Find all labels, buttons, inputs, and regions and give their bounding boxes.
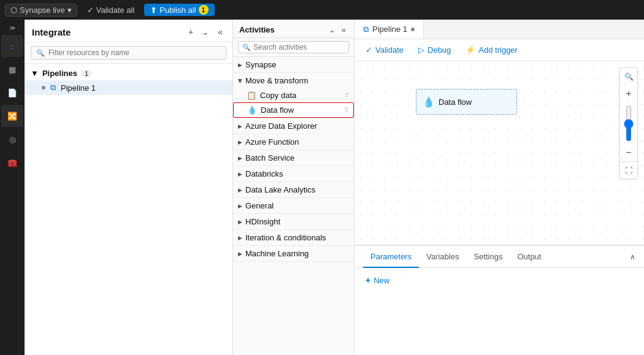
dataflow-node-label: Data flow	[439, 97, 472, 107]
validate-label: Validate all	[96, 6, 135, 15]
new-plus-icon: +	[366, 275, 370, 285]
databricks-header[interactable]: ▶ Databricks	[233, 166, 354, 181]
sidebar-item-data[interactable]: ▦	[1, 58, 23, 80]
hdinsight-label: HDInsight	[245, 217, 280, 226]
sidebar-expand-arrow[interactable]: ≫	[9, 22, 15, 34]
publish-all-button[interactable]: ⬆ Publish all 1	[144, 4, 214, 16]
bottom-tabs: Parameters Variables Settings Output ∧	[355, 246, 644, 268]
azure-function-group: ▶ Azure Function	[233, 134, 354, 150]
activities-close-btn[interactable]: «	[340, 25, 348, 35]
synapse-dropdown-icon: ▾	[67, 6, 72, 15]
iteration-conditionals-header[interactable]: ▶ Iteration & conditionals	[233, 230, 354, 245]
synapse-live-button[interactable]: ⬡ Synapse live ▾	[5, 4, 77, 17]
sidebar-item-manage[interactable]: 🧰	[1, 151, 23, 174]
validate-btn-label: Validate	[375, 45, 404, 55]
tab-output-label: Output	[517, 252, 541, 261]
zoom-slider[interactable]	[623, 105, 635, 142]
zoom-fit-button[interactable]: ⛶	[620, 161, 637, 178]
trigger-btn-label: Add trigger	[478, 45, 518, 55]
collapse-button[interactable]: ⌄	[199, 26, 212, 38]
sidebar-item-monitor[interactable]: ◎	[1, 128, 23, 150]
publish-label: Publish all	[159, 6, 196, 15]
validate-icon: ✓	[87, 6, 94, 15]
tab-settings[interactable]: Settings	[466, 246, 510, 268]
hdinsight-header[interactable]: ▶ HDInsight	[233, 214, 354, 229]
filter-search-icon: 🔍	[36, 49, 45, 57]
data-lake-analytics-header[interactable]: ▶ Data Lake Analytics	[233, 182, 354, 197]
tab-variables[interactable]: Variables	[419, 246, 466, 268]
zoom-controls: 🔍 + − ⛶	[619, 67, 638, 179]
debug-btn-label: Debug	[427, 45, 451, 55]
synapse-icon: ⬡	[10, 6, 17, 15]
copy-data-drag-handle: ⠿	[345, 92, 349, 99]
azure-function-header[interactable]: ▶ Azure Function	[233, 134, 354, 150]
pipeline-icon: ⧉	[50, 83, 56, 93]
activities-search-input[interactable]	[253, 43, 345, 52]
integrate-search: 🔍	[25, 42, 232, 64]
validate-all-button[interactable]: ✓ Validate all	[82, 4, 140, 16]
tab-parameters[interactable]: Parameters	[363, 246, 419, 268]
activities-list: ▶ Synapse ▶ Move & transform 📋 Copy data…	[233, 57, 354, 355]
general-label: General	[245, 201, 274, 210]
data-lake-analytics-group: ▶ Data Lake Analytics	[233, 182, 354, 198]
pipeline-1-item[interactable]: ⧉ Pipeline 1	[25, 80, 232, 95]
integrate-header: Integrate + ⌄ «	[25, 20, 232, 42]
add-resource-button[interactable]: +	[186, 26, 196, 38]
tab-variables-label: Variables	[426, 252, 459, 261]
integrate-title: Integrate	[32, 27, 71, 37]
pipeline-canvas[interactable]: 💧 Data flow 🔍 + − ⛶	[355, 61, 644, 245]
develop-icon: 📄	[7, 88, 17, 97]
azure-data-explorer-group: ▶ Azure Data Explorer	[233, 118, 354, 134]
zoom-out-button[interactable]: −	[620, 144, 637, 161]
sidebar-item-develop[interactable]: 📄	[1, 82, 23, 104]
add-trigger-button[interactable]: ⚡ Add trigger	[463, 44, 520, 56]
batch-service-group: ▶ Batch Service	[233, 150, 354, 166]
main-layout: ≫ ⌂ ▦ 📄 🔀 ◎ 🧰 Integrate + ⌄ «	[0, 20, 644, 355]
azure-data-explorer-chevron: ▶	[238, 123, 242, 129]
pipeline-canvas-and-bottom: 💧 Data flow 🔍 + − ⛶ P	[355, 61, 644, 355]
machine-learning-header[interactable]: ▶ Machine Learning	[233, 246, 354, 261]
tab-output[interactable]: Output	[510, 246, 548, 268]
move-transform-group-header[interactable]: ▶ Move & transform	[233, 73, 354, 88]
data-flow-item[interactable]: 💧 Data flow ⠿	[233, 102, 354, 118]
move-transform-chevron: ▶	[237, 78, 243, 83]
batch-service-chevron: ▶	[238, 155, 242, 161]
dataflow-node[interactable]: 💧 Data flow	[416, 89, 517, 115]
activities-collapse-btn[interactable]: ⌄	[327, 25, 337, 35]
sidebar-item-home[interactable]: ⌂	[1, 35, 23, 57]
sidebar-item-integrate[interactable]: 🔀	[1, 105, 23, 127]
tab-settings-label: Settings	[473, 252, 502, 261]
new-parameter-button[interactable]: + New	[363, 274, 392, 286]
hdinsight-chevron: ▶	[238, 219, 242, 225]
debug-button[interactable]: ▷ Debug	[416, 44, 453, 56]
zoom-in-button[interactable]: +	[620, 85, 637, 102]
integrate-actions: + ⌄ «	[186, 26, 225, 38]
databricks-chevron: ▶	[238, 171, 242, 177]
pipeline-1-tab[interactable]: ⧉ Pipeline 1	[355, 20, 424, 39]
zoom-search-button[interactable]: 🔍	[620, 68, 637, 85]
copy-data-label: Copy data	[260, 91, 296, 100]
machine-learning-group: ▶ Machine Learning	[233, 246, 354, 262]
bottom-panel-collapse-btn[interactable]: ∧	[630, 253, 635, 261]
close-panel-button[interactable]: «	[215, 26, 225, 38]
general-header[interactable]: ▶ General	[233, 198, 354, 213]
pipeline-tab-label: Pipeline 1	[372, 25, 407, 34]
validate-button[interactable]: ✓ Validate	[363, 44, 406, 56]
pipeline-tabbar: ⧉ Pipeline 1	[355, 20, 644, 39]
activities-title: Activities	[239, 25, 275, 34]
bottom-content: + New	[355, 268, 644, 355]
home-icon: ⌂	[10, 42, 15, 51]
debug-icon: ▷	[418, 45, 424, 55]
copy-data-item[interactable]: 📋 Copy data ⠿	[233, 88, 354, 102]
pipeline-tab-icon: ⧉	[363, 25, 369, 34]
databricks-label: Databricks	[245, 169, 283, 178]
filter-search-wrap: 🔍	[31, 46, 226, 59]
filter-resources-input[interactable]	[48, 48, 221, 57]
pipelines-count: 1	[81, 70, 92, 77]
pipelines-group-header[interactable]: ▼ Pipelines 1	[25, 66, 232, 80]
hdinsight-group: ▶ HDInsight	[233, 214, 354, 230]
pipeline-1-label: Pipeline 1	[61, 83, 96, 93]
azure-data-explorer-header[interactable]: ▶ Azure Data Explorer	[233, 118, 354, 134]
synapse-group-header[interactable]: ▶ Synapse	[233, 57, 354, 72]
batch-service-header[interactable]: ▶ Batch Service	[233, 150, 354, 166]
